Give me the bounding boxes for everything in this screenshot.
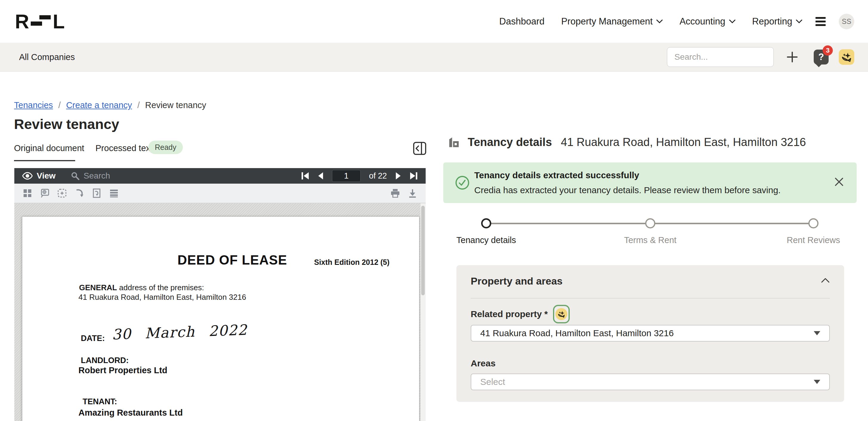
chevron-up-icon[interactable]: [821, 278, 830, 284]
document-date-label: DATE:: [81, 334, 105, 343]
last-page-icon[interactable]: [409, 172, 418, 180]
download-icon[interactable]: [408, 189, 417, 198]
pdf-page: DEED OF LEASE Sixth Edition 2012 (5) GEN…: [22, 217, 420, 421]
nav-item-dashboard[interactable]: Dashboard: [499, 16, 545, 27]
close-icon[interactable]: [834, 177, 845, 188]
view-menu-button[interactable]: View: [22, 171, 56, 180]
nav-item-label: Property Management: [561, 16, 653, 27]
notification-badge: 3: [823, 46, 833, 56]
releed-logo[interactable]: R L: [15, 13, 64, 30]
rotate-icon[interactable]: [74, 189, 84, 198]
pdf-toolbar: View Search of 22: [14, 168, 426, 184]
print-icon[interactable]: [391, 189, 400, 198]
credia-extracted-chip[interactable]: [553, 305, 570, 324]
thumbnails-icon[interactable]: [23, 189, 32, 198]
breadcrumb-create-tenancy[interactable]: Create a tenancy: [66, 100, 132, 110]
divider: [471, 298, 830, 299]
pdf-search-button[interactable]: Search: [71, 171, 110, 180]
chevron-down-icon: [656, 20, 663, 24]
dropdown-caret-icon: [814, 331, 820, 335]
nav-item-label: Dashboard: [499, 16, 545, 27]
first-page-icon[interactable]: [301, 172, 309, 180]
question-mark-icon: ?: [818, 52, 824, 62]
pdf-canvas[interactable]: DEED OF LEASE Sixth Edition 2012 (5) GEN…: [14, 203, 426, 421]
help-button[interactable]: ? 3: [814, 50, 829, 64]
active-tab-underline: [14, 160, 75, 161]
credia-assistant-button[interactable]: [839, 49, 854, 65]
logo-dash: [31, 22, 42, 26]
menu-icon[interactable]: [815, 17, 826, 26]
document-tenant-name: Amazing Restaurants Ltd: [79, 408, 183, 418]
nav-item-accounting[interactable]: Accounting: [680, 16, 735, 27]
status-badge-ready: Ready: [148, 141, 183, 154]
step-dot-terms-rent[interactable]: [645, 218, 655, 228]
document-landlord-name: Robert Properties Ltd: [79, 365, 167, 375]
check-circle-icon: [455, 175, 469, 191]
pdf-scrollbar[interactable]: [420, 203, 426, 421]
card-title: Property and areas: [471, 275, 563, 287]
areas-placeholder: Select: [480, 377, 505, 387]
sparkle-assistant-icon: [555, 308, 567, 320]
panel-property-address: 41 Ruakura Road, Hamilton East, Hamilton…: [561, 136, 806, 149]
avatar[interactable]: SS: [839, 14, 854, 29]
top-navigation-bar: R L Dashboard Property Management Accoun…: [0, 0, 868, 43]
add-button[interactable]: [786, 51, 799, 64]
search-input[interactable]: [667, 47, 774, 67]
related-property-select[interactable]: 41 Ruakura Road, Hamilton East, Hamilton…: [471, 325, 830, 342]
eye-icon: [22, 172, 33, 180]
rotate-page-icon[interactable]: [92, 189, 101, 198]
collapse-panel-icon: [413, 142, 427, 155]
nav-item-reporting[interactable]: Reporting: [752, 16, 802, 27]
success-alert: Tenancy details extracted successfully C…: [443, 162, 857, 203]
pdf-viewer: View Search of 22: [14, 168, 426, 421]
tenancy-details-header: Tenancy details 41 Ruakura Road, Hamilto…: [448, 136, 806, 149]
pdf-scrollbar-thumb[interactable]: [421, 206, 425, 295]
document-title: DEED OF LEASE: [178, 253, 287, 268]
chevron-down-icon: [729, 20, 736, 24]
building-icon: [448, 136, 460, 148]
wizard-stepper: Tenancy details Terms & Rent Rent Review…: [443, 217, 857, 250]
search-label: Search: [84, 171, 110, 180]
logo-letter-l: L: [53, 13, 64, 30]
panel-title: Tenancy details: [468, 136, 552, 149]
nav-item-property-management[interactable]: Property Management: [561, 16, 663, 27]
plus-icon: [786, 51, 798, 63]
previous-page-icon[interactable]: [318, 172, 323, 180]
search-icon: [71, 172, 79, 180]
page-count-label: of 22: [369, 171, 387, 180]
marquee-zoom-icon[interactable]: [40, 189, 50, 198]
document-landlord-label: LANDLORD:: [81, 356, 129, 365]
company-selector[interactable]: All Companies: [19, 52, 75, 62]
sparkle-assistant-icon: [840, 51, 853, 63]
breadcrumb-current: Review tenancy: [145, 100, 207, 110]
breadcrumb-tenancies[interactable]: Tenancies: [14, 100, 53, 110]
areas-label: Areas: [471, 358, 495, 368]
alert-title: Tenancy details extracted successfully: [474, 170, 639, 180]
fit-selection-icon[interactable]: [57, 189, 67, 198]
document-edition: Sixth Edition 2012 (5): [314, 258, 390, 266]
step-dot-tenancy-details[interactable]: [481, 218, 491, 228]
main-nav: Dashboard Property Management Accounting…: [499, 16, 802, 27]
property-and-areas-card: Property and areas Related property * 41…: [456, 265, 844, 402]
related-property-label: Related property *: [471, 309, 548, 319]
pdf-tools-bar: [14, 184, 426, 203]
outline-icon[interactable]: [109, 189, 119, 198]
tab-original-document[interactable]: Original document: [14, 143, 84, 153]
step-dot-rent-reviews[interactable]: [808, 218, 818, 228]
collapse-panel-button[interactable]: [413, 142, 427, 155]
logo-dash: [39, 15, 51, 20]
nav-item-label: Reporting: [752, 16, 792, 27]
company-bar: All Companies ? 3: [0, 43, 868, 72]
next-page-icon[interactable]: [395, 172, 401, 180]
document-tenant-label: TENANT:: [83, 397, 117, 406]
document-date-handwritten: 30 March 2022: [112, 321, 248, 343]
areas-select[interactable]: Select: [471, 373, 830, 390]
page-number-input[interactable]: [332, 170, 361, 182]
document-premises-address: 41 Ruakura Road, Hamilton East, Hamilton…: [79, 292, 246, 302]
breadcrumb: Tenancies / Create a tenancy / Review te…: [14, 100, 206, 110]
alert-message: Credia has extracted your tenancy detail…: [474, 185, 781, 195]
nav-item-label: Accounting: [680, 16, 725, 27]
tab-processed-text[interactable]: Processed text: [95, 143, 153, 153]
related-property-value: 41 Ruakura Road, Hamilton East, Hamilton…: [480, 328, 674, 338]
logo-letter-r: R: [15, 13, 29, 30]
